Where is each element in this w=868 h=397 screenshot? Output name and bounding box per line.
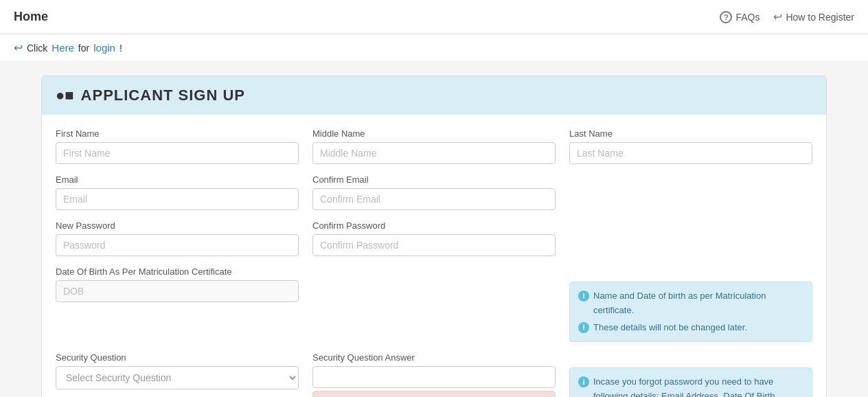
login-label: login <box>93 42 115 54</box>
info-box2-text: Incase you forgot password you need to h… <box>593 375 803 397</box>
navbar: Home ? FAQs ↩ How to Register <box>0 0 868 34</box>
password-spacer <box>569 220 812 256</box>
security-question-group: Security Question Select Security Questi… <box>56 352 299 397</box>
login-nav-icon: ↩ <box>773 10 782 23</box>
info-box-2-wrapper: i Incase you forgot password you need to… <box>569 352 812 397</box>
exclamation: ! <box>119 43 122 54</box>
security-answer-input[interactable] <box>312 366 556 388</box>
first-name-input[interactable] <box>56 142 299 164</box>
email-row: Email Confirm Email <box>56 174 812 210</box>
email-spacer <box>569 174 812 210</box>
name-row: First Name Middle Name Last Name <box>56 128 812 164</box>
security-question-label: Security Question <box>56 352 299 363</box>
info-line1: Name and Date of birth as per Matriculat… <box>593 289 803 318</box>
hint-box: Atleast 6 characters <box>312 391 556 397</box>
first-name-group: First Name <box>56 128 299 164</box>
forgot-password-info: i Incase you forgot password you need to… <box>569 367 812 397</box>
how-to-register-link[interactable]: ↩ How to Register <box>773 10 854 23</box>
faq-icon: ? <box>720 11 732 23</box>
info-icon-2: i <box>578 322 589 333</box>
page-body: ●■ APPLICANT SIGN UP First Name Middle N… <box>0 62 868 397</box>
here-link[interactable]: Here <box>52 42 74 54</box>
dob-spacer1 <box>312 266 556 342</box>
info-line2: These details will not be changed later. <box>593 321 747 335</box>
home-label: Home <box>14 10 48 23</box>
matriculation-info: i Name and Date of birth as per Matricul… <box>569 282 812 342</box>
confirm-password-label: Confirm Password <box>312 220 556 231</box>
form-header: ●■ APPLICANT SIGN UP <box>42 76 826 115</box>
middle-name-group: Middle Name <box>312 128 556 164</box>
confirm-email-input[interactable] <box>312 188 556 210</box>
home-link[interactable]: Home <box>14 10 48 24</box>
login-link[interactable]: login <box>93 42 115 54</box>
security-answer-group: Security Question Answer Atleast 6 chara… <box>312 352 556 397</box>
new-password-group: New Password <box>56 220 299 256</box>
new-password-input[interactable] <box>56 234 299 256</box>
dob-input[interactable] <box>56 280 299 302</box>
dob-label: Date Of Birth As Per Matriculation Certi… <box>56 266 299 277</box>
email-group: Email <box>56 174 299 210</box>
click-text: Click <box>27 43 47 54</box>
how-to-register-label: How to Register <box>786 12 854 23</box>
last-name-group: Last Name <box>569 128 812 164</box>
confirm-email-label: Confirm Email <box>312 174 556 185</box>
middle-name-input[interactable] <box>312 142 556 164</box>
email-input[interactable] <box>56 188 299 210</box>
here-label: Here <box>52 42 74 54</box>
email-label: Email <box>56 174 299 185</box>
confirm-password-group: Confirm Password <box>312 220 556 256</box>
dob-group: Date Of Birth As Per Matriculation Certi… <box>56 266 299 342</box>
login-bar-icon: ↩ <box>14 41 23 54</box>
faq-link[interactable]: ? FAQs <box>720 11 760 23</box>
info-icon-3: i <box>578 376 589 387</box>
info-icon-1: i <box>578 291 589 302</box>
new-password-label: New Password <box>56 220 299 231</box>
security-answer-label: Security Question Answer <box>312 352 556 363</box>
password-row: New Password Confirm Password <box>56 220 812 256</box>
faq-label: FAQs <box>735 12 760 23</box>
signup-form-card: ●■ APPLICANT SIGN UP First Name Middle N… <box>41 76 827 397</box>
security-row: Security Question Select Security Questi… <box>56 352 812 397</box>
last-name-label: Last Name <box>569 128 812 139</box>
login-bar: ↩ Click Here for login ! <box>0 34 868 62</box>
confirm-password-input[interactable] <box>312 234 556 256</box>
first-name-label: First Name <box>56 128 299 139</box>
dob-row: Date Of Birth As Per Matriculation Certi… <box>56 266 812 342</box>
user-icon: ●■ <box>56 87 74 104</box>
last-name-input[interactable] <box>569 142 812 164</box>
form-body: First Name Middle Name Last Name Email <box>42 128 826 397</box>
form-title: APPLICANT SIGN UP <box>81 87 245 104</box>
for-text: for <box>78 43 89 54</box>
middle-name-label: Middle Name <box>312 128 556 139</box>
navbar-right: ? FAQs ↩ How to Register <box>720 10 854 23</box>
confirm-email-group: Confirm Email <box>312 174 556 210</box>
security-question-select[interactable]: Select Security Question <box>56 366 299 389</box>
info-box-1: i Name and Date of birth as per Matricul… <box>569 266 812 342</box>
